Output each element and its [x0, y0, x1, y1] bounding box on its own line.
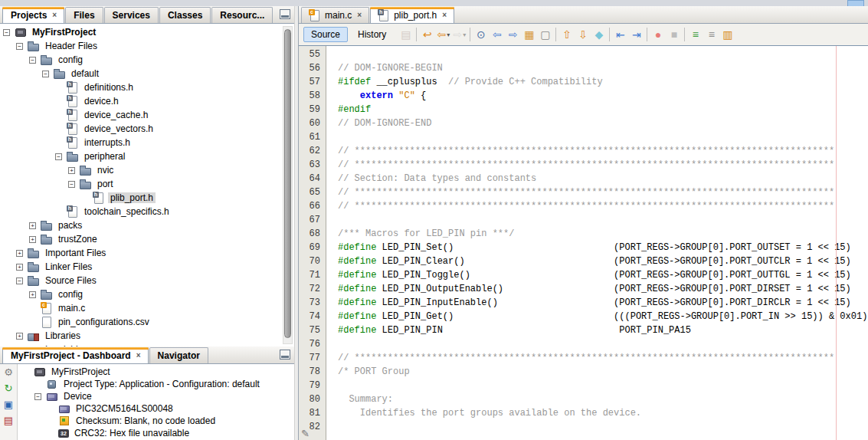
- tree-item-device-h[interactable]: device.h: [0, 94, 294, 108]
- history-view-button[interactable]: History: [351, 27, 393, 42]
- dropdown-arrow-icon[interactable]: ▾: [447, 31, 450, 38]
- toggle-bookmark-icon[interactable]: ◆: [591, 27, 607, 42]
- tab-files[interactable]: Files: [65, 7, 103, 23]
- collapse-handle[interactable]: −: [55, 153, 62, 160]
- previous-bookmark-icon[interactable]: ⇧: [558, 27, 575, 42]
- find-previous-icon[interactable]: ⇦: [489, 27, 505, 42]
- uncomment-icon[interactable]: ≡: [703, 27, 719, 42]
- code-line[interactable]: /* PORT Group: [338, 365, 868, 379]
- collapse-handle[interactable]: −: [16, 277, 23, 284]
- code-line[interactable]: Summary:: [338, 392, 868, 406]
- tree-item-peripheral[interactable]: −peripheral: [0, 149, 294, 163]
- code-line[interactable]: [338, 213, 868, 227]
- collapse-handle[interactable]: −: [34, 393, 41, 400]
- rectangular-selection-icon[interactable]: ▢: [537, 27, 553, 42]
- tree-item-port[interactable]: −port: [0, 177, 294, 191]
- tree-item-pic32cm5164ls00048[interactable]: PIC32CM5164LS00048: [18, 402, 294, 415]
- code-line[interactable]: [338, 420, 868, 434]
- tab-main-c[interactable]: main.c×: [301, 7, 369, 23]
- tab-projects[interactable]: Projects×: [2, 7, 64, 23]
- code-line[interactable]: // *************************************…: [338, 199, 868, 213]
- tree-item-config[interactable]: −config: [0, 53, 294, 67]
- code-line[interactable]: Identifies the port groups available on …: [338, 406, 868, 420]
- code-line[interactable]: [338, 337, 868, 351]
- tab-services[interactable]: Services: [104, 7, 159, 23]
- expand-handle[interactable]: +: [68, 167, 75, 174]
- dashboard-settings-icon[interactable]: ⚙: [2, 366, 15, 379]
- next-bookmark-icon[interactable]: ⇩: [575, 27, 591, 42]
- code-area[interactable]: // DOM-IGNORE-BEGIN#ifdef __cplusplus //…: [326, 46, 868, 440]
- toggle-header-source-icon[interactable]: ▥: [719, 27, 735, 42]
- code-line[interactable]: #endif: [338, 103, 868, 117]
- code-line[interactable]: #define LED_PIN_Get() (((PORT_REGS->GROU…: [338, 310, 868, 323]
- tree-item-plib-port-h[interactable]: plib_port.h: [0, 191, 294, 205]
- code-line[interactable]: [338, 379, 868, 392]
- stop-macro-recording-icon[interactable]: ■: [666, 27, 682, 42]
- tree-item-definitions-h[interactable]: definitions.h: [0, 80, 294, 94]
- expand-handle[interactable]: +: [16, 333, 23, 340]
- code-line[interactable]: /*** Macros for LED_PIN pin ***/: [338, 227, 868, 241]
- expand-handle[interactable]: +: [29, 291, 36, 298]
- scrollbar-thumb[interactable]: [284, 29, 291, 338]
- comment-icon[interactable]: ≡: [687, 27, 703, 42]
- tree-item-config[interactable]: +config: [0, 287, 294, 301]
- tree-item-important-files[interactable]: +Important Files: [0, 246, 294, 260]
- code-line[interactable]: // DOM-IGNORE-END: [338, 117, 868, 130]
- tab-navigator[interactable]: Navigator: [149, 347, 208, 363]
- toggle-highlight-search-icon[interactable]: ▦: [521, 27, 537, 42]
- last-edit-position-icon[interactable]: ↩: [419, 27, 435, 42]
- forward-icon[interactable]: ⇨▾: [451, 27, 467, 42]
- tree-item-myfirstproject[interactable]: MyFirstProject: [18, 366, 294, 378]
- code-line[interactable]: #define LED_PIN_Set() (PORT_REGS->GROUP[…: [338, 241, 868, 254]
- minimize-dashboard-panel-button[interactable]: [280, 350, 290, 360]
- code-line[interactable]: // *************************************…: [338, 351, 868, 365]
- code-line[interactable]: extern "C" {: [338, 89, 868, 103]
- code-line[interactable]: [338, 130, 868, 144]
- tree-item-project-type-application-configuration-default[interactable]: Project Type: Application - Configuratio…: [18, 378, 294, 390]
- tree-item-nvic[interactable]: +nvic: [0, 163, 294, 177]
- code-line[interactable]: #ifdef __cplusplus // Provide C++ Compat…: [338, 75, 868, 89]
- tree-item-packs[interactable]: +packs: [0, 218, 294, 232]
- expand-handle[interactable]: +: [16, 250, 23, 257]
- code-line[interactable]: #define LED_PIN_Toggle() (PORT_REGS->GRO…: [338, 268, 868, 282]
- dashboard-refresh-icon[interactable]: ↻: [2, 383, 15, 395]
- tab-resourc[interactable]: Resourc...: [211, 7, 273, 23]
- tab-classes[interactable]: Classes: [159, 7, 211, 23]
- dashboard-stop-icon[interactable]: ▣: [2, 399, 15, 411]
- code-line[interactable]: #define LED_PIN_InputEnable() (PORT_REGS…: [338, 296, 868, 310]
- find-selection-icon[interactable]: ⊙: [473, 27, 489, 42]
- collapse-handle[interactable]: −: [29, 57, 36, 64]
- source-view-button[interactable]: Source: [303, 27, 348, 42]
- close-tab-icon[interactable]: ×: [442, 11, 447, 19]
- tree-item-toolchain-specifics-h[interactable]: toolchain_specifics.h: [0, 205, 294, 218]
- tree-item-trustzone[interactable]: +trustZone: [0, 232, 294, 246]
- tree-item-interrupts-h[interactable]: interrupts.h: [0, 136, 294, 149]
- shift-line-right-icon[interactable]: ⇥: [628, 27, 644, 42]
- tree-item-device-cache-h[interactable]: device_cache.h: [0, 108, 294, 122]
- tree-item-checksum-blank-no-code-loaded[interactable]: Checksum: Blank, no code loaded: [18, 415, 294, 427]
- code-line[interactable]: #define LED_PIN_OutputEnable() (PORT_REG…: [338, 282, 868, 296]
- tree-item-pin-configurations-csv[interactable]: pin_configurations.csv: [0, 315, 294, 329]
- code-line[interactable]: #define LED_PIN_PIN PORT_PIN_PA15: [338, 323, 868, 337]
- tree-item-crc32-hex-file-unavailable[interactable]: 32CRC32: Hex file unavailable: [18, 427, 294, 439]
- code-line[interactable]: // *************************************…: [338, 158, 868, 172]
- code-line[interactable]: // DOM-IGNORE-BEGIN: [338, 61, 868, 75]
- tree-item-device[interactable]: −Device: [18, 390, 294, 402]
- tree-item-libraries[interactable]: +Libraries: [0, 329, 294, 343]
- close-tab-icon[interactable]: ×: [52, 11, 57, 19]
- code-line[interactable]: // Section: Data types and constants: [338, 172, 868, 186]
- collapse-handle[interactable]: −: [68, 181, 75, 188]
- export-pdf-icon[interactable]: ▤: [398, 27, 414, 42]
- tree-item-myfirstproject[interactable]: −MyFirstProject: [0, 25, 294, 39]
- code-line[interactable]: #define LED_PIN_Clear() (PORT_REGS->GROU…: [338, 254, 868, 268]
- code-line[interactable]: [338, 48, 868, 61]
- minimize-projects-panel-button[interactable]: [280, 9, 290, 19]
- collapse-handle[interactable]: −: [3, 29, 10, 36]
- tree-item-source-files[interactable]: −Source Files: [0, 274, 294, 287]
- collapse-handle[interactable]: −: [42, 71, 49, 77]
- project-tree-scrollbar[interactable]: [283, 26, 293, 344]
- back-icon[interactable]: ⇦▾: [435, 27, 451, 42]
- collapse-handle[interactable]: −: [16, 43, 23, 50]
- tree-item-linker-files[interactable]: +Linker Files: [0, 260, 294, 274]
- expand-handle[interactable]: +: [16, 264, 23, 271]
